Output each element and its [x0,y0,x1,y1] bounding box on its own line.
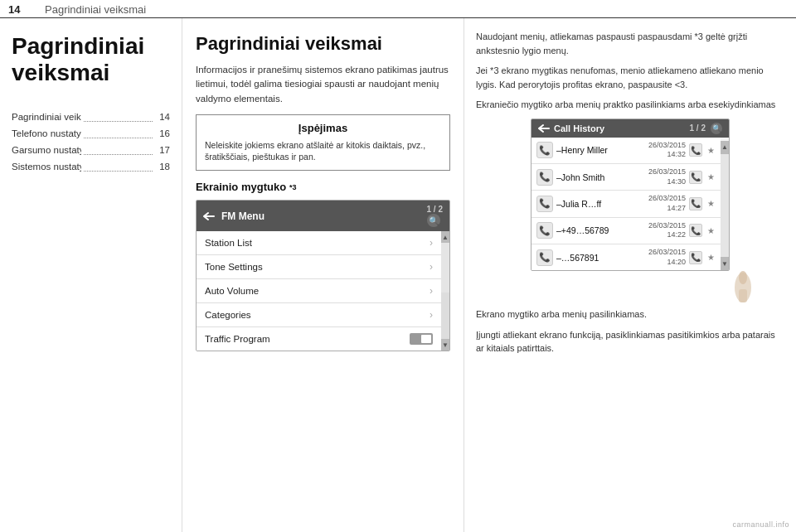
call-action-icon[interactable]: 📞 [689,251,702,264]
page-container: 14 Pagrindiniai veiksmai Pagrindiniai ve… [0,0,796,532]
back-icon[interactable] [538,123,550,133]
fm-menu-wrapper: FM Menu 1 / 2 🔍 Station List › [196,200,450,351]
warning-text: Neleiskite jokiems ekrano atšlaitė ar ki… [205,139,441,163]
call-history-title: Call History [554,123,604,133]
call-date: 26/03/2015 14:22 [648,221,686,240]
favorite-icon[interactable]: ★ [706,145,716,155]
fm-page-indicator: 1 / 2 [427,205,443,214]
scroll-down-button[interactable]: ▼ [721,257,729,270]
phone-icon: 📞 [536,249,553,266]
call-action-icon[interactable]: 📞 [689,171,702,184]
warning-box: Įspėjimas Neleiskite jokiems ekrano atšl… [196,114,450,171]
hand-gesture-area [476,271,784,304]
left-heading: Pagrindiniai veiksmai [12,33,170,86]
right-paragraph-4: Ekrano mygtiko arba menių pasilinkiamas. [476,307,784,322]
search-icon[interactable]: 🔍 [427,214,440,227]
right-paragraph-3: Ekraniečio mygtiko arba menių praktko pa… [476,98,784,112]
toc-item: Telefono nustatymai 16 [12,128,170,140]
right-paragraph-2: Jei *3 ekrano mygtikas nenufomas, menio … [476,64,784,91]
favorite-icon[interactable]: ★ [706,253,716,263]
phone-icon: 📞 [536,196,553,212]
scroll-up-button[interactable]: ▲ [721,141,729,154]
phone-icon: 📞 [536,169,553,186]
favorite-icon[interactable]: ★ [706,225,716,235]
fm-row-traffic-program[interactable]: Traffic Program [197,327,441,351]
fm-row-auto-volume[interactable]: Auto Volume › [197,279,441,303]
right-paragraph-5: Įjungti atliekant ekrano funkciją, pasik… [476,328,784,355]
call-date: 26/03/2015 14:30 [648,167,686,186]
fm-menu-box: FM Menu 1 / 2 🔍 Station List › [196,200,450,351]
fm-row-station-list[interactable]: Station List › [197,231,441,255]
call-date: 26/03/2015 14:20 [648,248,686,267]
section-heading: Ekrainio mygtuko *3 [196,181,450,193]
call-date: 26/03/2015 14:27 [648,194,686,213]
arrow-icon: › [430,309,433,321]
call-history-row[interactable]: 📞 –…567891 26/03/2015 14:20 📞 ★ [531,244,721,270]
call-history-row[interactable]: 📞 –John Smith 26/03/2015 14:30 📞 ★ [531,164,721,191]
watermark: carmanuall.info [732,520,789,529]
toc-item: Sistemos nustatymai 18 [12,161,170,173]
main-content: Pagrindiniai veiksmai Pagrindiniai veiks… [0,18,796,532]
arrow-icon: › [430,285,433,297]
call-action-icon[interactable]: 📞 [689,224,702,237]
search-icon[interactable]: 🔍 [711,123,722,134]
middle-heading: Pagrindiniai veiksmai [196,33,450,55]
call-history-row[interactable]: 📞 –Henry Miller 26/03/2015 14:32 📞 ★ [531,138,721,164]
call-date: 26/03/2015 14:32 [648,141,686,160]
finger-gesture-icon [718,271,768,304]
svg-rect-2 [739,289,747,302]
call-history-row[interactable]: 📞 –Julia R…ff 26/03/2015 14:27 📞 ★ [531,191,721,217]
fm-row-categories[interactable]: Categories › [197,303,441,327]
fm-row-tone-settings[interactable]: Tone Settings › [197,255,441,279]
arrow-icon: › [430,237,433,249]
toc-item: Pagrindiniai veiksmai 14 [12,111,170,123]
call-history-row[interactable]: 📞 –+49…56789 26/03/2015 14:22 📞 ★ [531,218,721,244]
call-history-scrollbar[interactable]: ▲ ▼ [721,141,729,271]
left-column: Pagrindiniai veiksmai Pagrindiniai veiks… [0,18,182,532]
right-column: Naudojant menių, atliekamas paspausti pa… [464,18,796,532]
toc-item: Garsumo nustatymai 17 [12,144,170,157]
scroll-down-button[interactable]: ▼ [441,339,449,351]
header-bar: 14 Pagrindiniai veiksmai [0,0,796,18]
scroll-up-button[interactable]: ▲ [441,231,449,243]
fm-scrollbar[interactable]: ▲ ▼ [441,231,449,351]
favorite-icon[interactable]: ★ [706,172,716,182]
call-action-icon[interactable]: 📞 [689,143,702,157]
phone-icon: 📞 [536,222,553,239]
header-title: Pagrindiniai veiksmai [45,3,146,16]
toc-list: Pagrindiniai veiksmai 14 Telefono nustat… [12,111,170,173]
fm-rows-wrapper: Station List › Tone Settings › Auto Volu… [197,231,449,351]
arrow-icon: › [430,261,433,273]
call-history-header: Call History 1 / 2 🔍 [531,119,729,138]
svg-point-1 [739,271,747,284]
call-action-icon[interactable]: 📞 [689,197,702,210]
right-paragraph-1: Naudojant menių, atliekamas paspausti pa… [476,30,784,57]
back-icon[interactable] [203,211,216,221]
call-history-box: Call History 1 / 2 🔍 📞 –Henry Miller 26/… [531,118,730,272]
favorite-icon[interactable]: ★ [706,199,716,209]
intro-paragraph: Informacijos ir pranešimų sistemos ekran… [196,63,450,106]
page-number: 14 [8,3,28,16]
fm-menu-title: FM Menu [221,210,265,222]
phone-icon: 📞 [536,142,553,158]
warning-title: Įspėjimas [205,122,441,134]
traffic-program-toggle[interactable] [410,333,433,345]
middle-column: Pagrindiniai veiksmai Informacijos ir pr… [182,18,464,532]
call-history-page-indicator: 1 / 2 [690,123,706,133]
fm-menu-header: FM Menu 1 / 2 🔍 [197,201,449,231]
